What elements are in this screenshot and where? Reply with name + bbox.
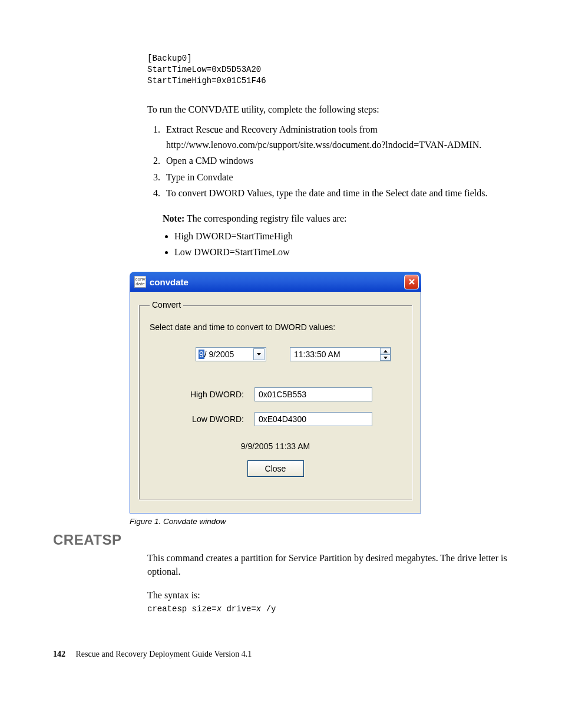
page-footer: 142 Rescue and Recovery Deployment Guide… — [53, 650, 509, 659]
date-rest: / 9/2005 — [204, 350, 234, 359]
high-dword-value: 0x01C5B553 — [259, 390, 306, 399]
low-dword-label: Low DWORD: — [150, 414, 254, 424]
creatsp-syntax: createsp size=x drive=x /y — [147, 604, 509, 615]
svg-marker-4 — [384, 357, 388, 359]
chevron-down-icon — [384, 357, 388, 359]
app-icon: conv date — [134, 276, 146, 288]
svg-marker-3 — [384, 350, 388, 353]
close-button[interactable]: Close — [247, 460, 304, 477]
low-dword-value: 0xE04D4300 — [259, 414, 306, 424]
note-bullets: High DWORD=StartTimeHigh Low DWORD=Start… — [163, 228, 509, 260]
close-icon — [408, 278, 415, 285]
bullet-item: High DWORD=StartTimeHigh — [174, 228, 509, 244]
code-line: StartTimeLow=0xD5D53A20 — [147, 64, 509, 75]
bullet-item: Low DWORD=StartTimeLow — [174, 244, 509, 260]
titlebar: conv date convdate — [130, 272, 421, 292]
low-dword-field[interactable]: 0xE04D4300 — [254, 412, 372, 426]
footer-title: Rescue and Recovery Deployment Guide Ver… — [76, 650, 252, 658]
high-dword-field[interactable]: 0x01C5B553 — [254, 387, 372, 401]
note-text: The corresponding registry file values a… — [184, 213, 346, 223]
convdate-window: conv date convdate Convert Select date a… — [130, 272, 421, 513]
page-number: 142 — [53, 650, 65, 658]
high-dword-label: High DWORD: — [150, 390, 254, 399]
chevron-up-icon — [384, 350, 388, 353]
chevron-down-icon — [257, 353, 261, 355]
code-line: [Backup0] — [147, 53, 509, 64]
groupbox-text: Select date and time to convert to DWORD… — [150, 322, 401, 332]
window-close-button[interactable] — [404, 275, 419, 289]
time-spin-up[interactable] — [381, 348, 391, 354]
steps-list: Extract Rescue and Recovery Administrati… — [147, 122, 509, 201]
code-line: StartTimeHigh=0x01C51F46 — [147, 75, 509, 87]
code-block: [Backup0] StartTimeLow=0xD5D53A20 StartT… — [147, 53, 509, 87]
svg-marker-2 — [257, 353, 261, 355]
step-item: Extract Rescue and Recovery Administrati… — [163, 122, 509, 152]
groupbox-legend: Convert — [150, 300, 183, 309]
step-item: Type in Convdate — [163, 170, 509, 185]
date-selected-part: 9 — [199, 350, 204, 359]
note-label: Note: — [163, 213, 184, 223]
window-title: convdate — [150, 277, 189, 287]
time-picker[interactable]: 11:33:50 AM — [290, 347, 391, 361]
creatsp-paragraph: This command creates a partition for Ser… — [147, 552, 509, 578]
step-item: Open a CMD windows — [163, 153, 509, 169]
creatsp-syntax-intro: The syntax is: — [147, 589, 509, 602]
section-heading-creatsp: CREATSP — [53, 532, 509, 548]
datetime-summary: 9/9/2005 11:33 AM — [150, 442, 401, 451]
intro-paragraph: To run the CONVDATE utility, complete th… — [147, 103, 509, 116]
date-picker[interactable]: 9/ 9/2005 — [196, 347, 266, 361]
note-paragraph: Note: The corresponding registry file va… — [163, 212, 509, 226]
figure-caption: Figure 1. Convdate window — [130, 517, 509, 526]
step-item: To convert DWORD Values, type the date a… — [163, 186, 509, 201]
date-dropdown-button[interactable] — [253, 348, 265, 360]
time-value: 11:33:50 AM — [294, 350, 340, 359]
time-spin-down[interactable] — [381, 354, 391, 361]
convert-groupbox: Convert Select date and time to convert … — [138, 300, 412, 500]
